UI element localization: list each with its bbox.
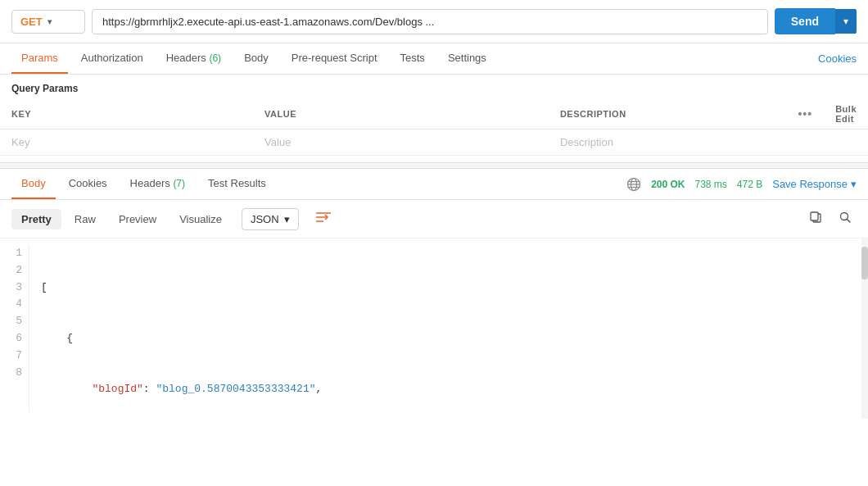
tab-params[interactable]: Params <box>11 43 68 74</box>
type-chevron-icon: ▾ <box>284 213 290 225</box>
query-params-label: Query Params <box>0 75 868 99</box>
params-table: KEY VALUE DESCRIPTION ••• Bulk Edit Key … <box>0 99 868 156</box>
url-input[interactable] <box>92 9 768 34</box>
scrollbar-thumb[interactable] <box>861 247 868 279</box>
code-area: 1 2 3 4 5 6 7 8 [ { "blogId": "blog_0.58… <box>0 238 868 419</box>
code-content: [ { "blogId": "blog_0.5870043353333421",… <box>29 245 868 412</box>
col-header-bulk[interactable]: Bulk Edit <box>824 99 868 129</box>
resp-tab-test-results[interactable]: Test Results <box>198 169 276 199</box>
response-tabs: Body Cookies Headers (7) Test Results 20… <box>0 169 868 200</box>
copy-icon[interactable] <box>804 207 827 230</box>
response-status: 200 OK 738 ms 472 B Save Response ▾ <box>626 177 857 192</box>
tab-tests[interactable]: Tests <box>391 43 435 74</box>
save-response-chevron-icon: ▾ <box>851 178 857 190</box>
type-select[interactable]: JSON ▾ <box>242 208 299 230</box>
fmt-preview-button[interactable]: Preview <box>109 209 166 229</box>
top-bar: GET ▾ Send ▾ <box>0 0 868 43</box>
cookies-link[interactable]: Cookies <box>818 52 857 65</box>
tab-body[interactable]: Body <box>234 43 278 74</box>
dots-icon: ••• <box>798 107 812 120</box>
request-tabs: Params Authorization Headers (6) Body Pr… <box>0 43 868 75</box>
fmt-pretty-button[interactable]: Pretty <box>11 209 61 229</box>
method-chevron-icon: ▾ <box>47 17 52 26</box>
save-response-button[interactable]: Save Response ▾ <box>772 178 857 190</box>
table-row: Key Value Description <box>0 129 868 156</box>
tab-authorization[interactable]: Authorization <box>71 43 153 74</box>
col-header-value: VALUE <box>253 99 549 129</box>
fmt-raw-button[interactable]: Raw <box>65 209 106 229</box>
send-dropdown-button[interactable]: ▾ <box>835 9 857 34</box>
resp-tab-headers[interactable]: Headers (7) <box>120 169 195 199</box>
right-icons <box>804 207 857 230</box>
send-button[interactable]: Send <box>775 8 835 34</box>
status-code: 200 OK <box>651 179 685 190</box>
search-icon[interactable] <box>834 207 857 230</box>
svg-rect-9 <box>811 212 818 220</box>
fmt-visualize-button[interactable]: Visualize <box>170 209 232 229</box>
globe-icon <box>626 177 641 192</box>
resp-tab-cookies[interactable]: Cookies <box>59 169 117 199</box>
key-placeholder: Key <box>11 136 29 148</box>
method-label: GET <box>20 16 43 28</box>
col-header-desc: DESCRIPTION <box>549 99 787 129</box>
method-select[interactable]: GET ▾ <box>11 10 85 34</box>
svg-line-11 <box>848 220 851 223</box>
tab-pre-request[interactable]: Pre-request Script <box>282 43 387 74</box>
section-divider <box>0 162 868 169</box>
format-bar: Pretty Raw Preview Visualize JSON ▾ <box>0 200 868 238</box>
col-header-key: KEY <box>0 99 253 129</box>
wrap-lines-icon[interactable] <box>309 207 338 231</box>
line-numbers: 1 2 3 4 5 6 7 8 <box>0 245 29 412</box>
resp-tab-body[interactable]: Body <box>11 169 56 199</box>
desc-placeholder: Description <box>560 136 613 148</box>
value-placeholder: Value <box>264 136 291 148</box>
tab-settings[interactable]: Settings <box>438 43 496 74</box>
send-chevron-icon: ▾ <box>843 16 848 27</box>
tab-headers[interactable]: Headers (6) <box>156 43 231 74</box>
status-time: 738 ms <box>695 179 727 190</box>
col-header-dots: ••• <box>786 99 824 129</box>
status-size: 472 B <box>737 179 762 190</box>
send-button-group: Send ▾ <box>775 8 857 34</box>
scrollbar-track[interactable] <box>861 238 868 419</box>
